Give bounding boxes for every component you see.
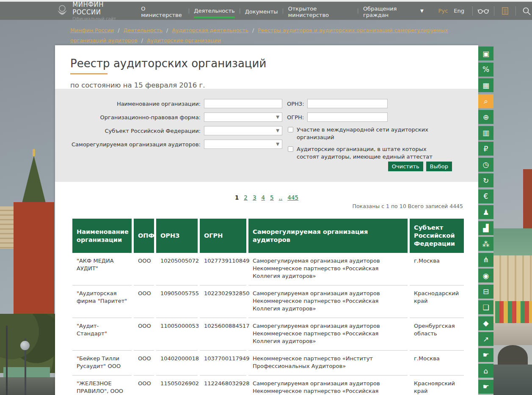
checkbox-1[interactable] [288,127,293,132]
nav-item-5[interactable]: Обращения граждан [363,1,419,21]
nav-more-arrow[interactable]: ▼ [420,8,424,13]
pagination-page-link-3[interactable]: 4 [262,194,265,201]
sidebar-glyph: ◆ [483,319,488,327]
filter-label: Наименование организации: [55,101,204,107]
table-cell: Саморегулируемая организация аудиторов Н… [248,253,408,285]
filter-right-column: ОРНЗ:ОГРН: Участие в международной сети … [287,99,477,165]
sidebar-calculator-icon[interactable]: ▦ [478,78,493,92]
sidebar-euro-exchange-icon[interactable]: € [478,189,493,203]
sidebar-safe-icon[interactable]: ▥ [478,126,493,140]
breadcrumb-link-5[interactable]: Аудиторские организации [147,37,221,44]
table-cell: "ЖЕЛЕЗНОЕ ПРАВИЛО", ООО [72,375,132,395]
sidebar-glyph: ₽ [484,145,488,153]
sidebar-growth-chart-icon[interactable]: ↗ [478,332,493,346]
sidebar-coin-target-icon[interactable]: ◉ [478,269,493,283]
sidebar-glyph: ▣ [482,49,489,58]
pagination-page-link-5[interactable]: .. [279,194,283,201]
filter-left-column: Наименование организации:Организационно-… [55,99,287,165]
column-header-5[interactable]: Саморегулируемая организация аудиторов [248,219,408,253]
sidebar-ruble-cycle-icon[interactable]: ↻ [478,173,493,187]
search-icon[interactable] [521,6,532,16]
lamp-globe-shape [20,341,30,350]
column-header-2[interactable]: ОПФ [134,219,154,253]
table-header-row: Наименование организацииОПФОРНЗОГРНСамор… [72,219,464,253]
table-cell: 1027739110849 [200,253,246,285]
sidebar-briefcase-icon[interactable]: ▣ [478,47,493,60]
table-cell: Саморегулируемая организация аудиторов Н… [248,318,408,350]
text-version-icon[interactable] [499,6,510,16]
sidebar-diamond-icon[interactable]: ◆ [478,316,493,330]
checkbox-2[interactable] [288,146,293,152]
nav-item-2[interactable]: Деятельность [194,3,234,18]
breadcrumb-link-1[interactable]: Минфин России [70,27,114,33]
nav-item-1[interactable]: О министерстве [141,1,184,21]
filter-label: Субъект Российской Федерации: [55,128,204,134]
filter-select-2[interactable]: ▼ [204,112,282,122]
palace-roof-shape [493,228,532,255]
sidebar-partnership-icon[interactable]: ☛ [478,380,493,394]
pagination-page-link-6[interactable]: 445 [287,194,298,201]
pagination-page-link-1[interactable]: 2 [244,194,248,201]
sidebar-money-bag-icon[interactable]: ₽ [478,142,493,156]
sidebar-glyph: ❏ [482,303,489,312]
filter-text-input-r2[interactable] [307,112,388,122]
breadcrumb-link-2[interactable]: Деятельность [123,27,163,33]
minfin-logo[interactable]: МИНФИН РОССИИ Официальный сайт [56,1,131,21]
sidebar-glyph: % [482,65,489,74]
lamp-post-shape [6,326,8,395]
clear-button[interactable]: Очистить [388,162,423,171]
breadcrumb-separator: / [251,27,256,33]
sidebar-people-group-icon[interactable]: ♟ [478,205,493,219]
sidebar-gauge-ruble-icon[interactable]: ◷ [478,158,493,172]
table-cell: 11505026902 [156,375,198,395]
eagle-emblem-icon [56,4,68,18]
sidebar-handshake-icon[interactable]: ☛ [478,348,493,362]
column-header-4[interactable]: ОГРН [200,219,246,253]
filter-row: ОРНЗ: [287,99,477,108]
accessibility-glasses-icon[interactable] [478,6,489,16]
sidebar-banknote-icon[interactable]: ⊟ [478,285,493,299]
column-header-3[interactable]: ОРНЗ [156,219,198,253]
sidebar-glyph: ⋔ [483,255,489,264]
checkbox-label: Аудиторские организации, в штате которых… [297,145,449,161]
divider [472,6,473,16]
breadcrumb-link-3[interactable]: Аудиторская деятельность [172,27,248,33]
filter-text-input-r1[interactable] [307,99,388,108]
checkbox-label: Участие в международной сети аудиторских… [297,126,449,141]
nav-item-4[interactable]: Открытое министерство [288,1,353,21]
filter-label: ОГРН: [287,114,307,121]
sidebar-bar-chart-icon[interactable]: ▟ [478,221,493,235]
sidebar-org-structure-ruble-icon[interactable]: ⁂ [478,237,493,251]
sidebar-registry-search-icon[interactable]: ⌕ [478,94,493,108]
nav-separator: | [239,8,241,14]
pagination-page-link-2[interactable]: 3 [253,194,256,201]
filter-select-4[interactable]: ▼ [204,140,282,149]
table-cell: Саморегулируемая организация аудиторов Н… [248,285,408,318]
table-cell: Красноярский край [410,375,464,395]
table-cell: "Аудиторская фирма "Паритет" [72,285,132,318]
table-cell: Краснодарский край [410,285,464,318]
flags-shape [495,301,532,323]
table-cell: "Бейкер Тилли Русаудит" ООО [72,350,132,375]
sidebar-bank-search-icon[interactable]: ⌂ [478,364,493,378]
lang-ru-button[interactable]: Рус [438,8,448,14]
lang-en-button[interactable]: Eng [454,8,464,14]
filter-label: Организационно-правовая форма: [55,114,204,121]
filter-text-input-1[interactable] [204,99,282,108]
page-subtitle: по состоянию на 15 февраля 2016 г. [70,81,478,89]
select-button[interactable]: Выбор [426,162,452,171]
sidebar-glyph: ▟ [483,224,488,232]
sidebar-hierarchy-icon[interactable]: ⋔ [478,253,493,267]
column-header-6[interactable]: Субъект Российской Федерации [410,219,464,253]
pagination-page-link-4[interactable]: 5 [270,194,274,201]
sidebar-percent-icon[interactable]: % [478,63,493,77]
sidebar-glyph: ⊟ [483,287,489,296]
breadcrumb: Минфин России / Деятельность / Аудиторск… [70,25,477,46]
sidebar-globe-ruble-icon[interactable]: ⊕ [478,110,493,124]
nav-item-3[interactable]: Документы [245,4,278,17]
sidebar-glyph: ↗ [483,335,489,343]
filter-select-3[interactable]: ▼ [204,126,282,135]
filter-row: Наименование организации: [55,99,287,108]
column-header-1[interactable]: Наименование организации [72,219,132,253]
sidebar-certificate-icon[interactable]: ❏ [478,300,493,314]
